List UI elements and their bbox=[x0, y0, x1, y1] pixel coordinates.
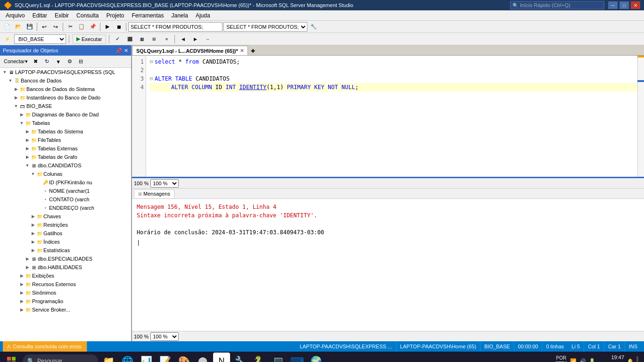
tree-col-nome[interactable]: ▪ NOME (varchar(1 bbox=[0, 187, 131, 195]
indent-left-btn[interactable]: ◀ bbox=[178, 34, 188, 44]
tree-indices[interactable]: ▶ 📁 Índices bbox=[0, 238, 131, 246]
habilidades-expand[interactable]: ▶ bbox=[25, 264, 30, 270]
tree-sistema[interactable]: ▶ 📁 Bancos de Dados do Sistema bbox=[0, 85, 131, 93]
menu-editar[interactable]: Editar bbox=[29, 11, 51, 20]
oe-pin-btn[interactable]: 📌 bbox=[116, 48, 122, 54]
tree-bancos[interactable]: ▼ 🗄 Bancos de Dados bbox=[0, 76, 131, 85]
tree-diagramas[interactable]: ▶ 📁 Diagramas de Banco de Dad bbox=[0, 110, 131, 119]
disconnect-btn[interactable]: ✖ bbox=[31, 57, 41, 66]
undo-btn[interactable]: ↩ bbox=[39, 22, 50, 32]
taskbar-chrome[interactable]: 🌍 bbox=[307, 353, 324, 362]
cut-btn[interactable]: ✂ bbox=[65, 22, 75, 32]
query-tool-btn[interactable]: 🔧 bbox=[308, 22, 319, 32]
menu-ferramentas[interactable]: Ferramentas bbox=[128, 11, 167, 20]
tree-tabgrafo[interactable]: ▶ 📁 Tabelas de Grafo bbox=[0, 153, 131, 161]
filter-btn[interactable]: ▼ bbox=[53, 57, 64, 66]
new-query-btn[interactable]: 📄 bbox=[2, 22, 12, 32]
results-btn[interactable]: ▦ bbox=[137, 34, 147, 44]
service-expand[interactable]: ▶ bbox=[19, 307, 25, 313]
candidatos-expand[interactable]: ▼ bbox=[25, 163, 30, 168]
tree-col-endereco[interactable]: ▪ ENDEREÇO (varch bbox=[0, 204, 131, 212]
database-select[interactable]: BIO_BASE bbox=[14, 34, 66, 44]
redo-btn[interactable]: ↪ bbox=[50, 22, 61, 32]
tabexternas-expand[interactable]: ▶ bbox=[25, 146, 30, 151]
chaves-expand[interactable]: ▶ bbox=[30, 214, 36, 219]
taskbar-blender[interactable]: 🎨 bbox=[175, 353, 192, 362]
tabsistema-expand[interactable]: ▶ bbox=[25, 129, 30, 134]
tray-show-desktop[interactable] bbox=[636, 356, 638, 362]
query-type-select[interactable]: SELECT * FROM PRODUTOS; bbox=[223, 22, 307, 32]
taskbar-file-explorer[interactable]: 📁 bbox=[100, 353, 117, 362]
exibicoes-expand[interactable]: ▶ bbox=[19, 273, 25, 279]
taskbar-notion[interactable]: N bbox=[213, 353, 230, 362]
grid-btn[interactable]: ⊞ bbox=[149, 34, 159, 44]
indent-right-btn[interactable]: ▶ bbox=[190, 34, 200, 44]
maximize-button[interactable]: □ bbox=[619, 1, 629, 9]
collapse-all-btn[interactable]: ⊟ bbox=[76, 57, 86, 66]
start-button[interactable] bbox=[2, 353, 21, 362]
tray-notification[interactable]: 🔔 bbox=[627, 358, 634, 362]
conn-btn[interactable]: ⚡ bbox=[2, 34, 12, 44]
tree-chaves[interactable]: ▶ 📁 Chaves bbox=[0, 212, 131, 221]
sql-editor[interactable]: 1 2 3 4 ⊟ select * from CANDIDATOS; ⊟ AL… bbox=[132, 56, 644, 178]
estatisticas-expand[interactable]: ▶ bbox=[30, 247, 36, 253]
tree-sinonimos[interactable]: ▶ 📁 Sinônimos bbox=[0, 288, 131, 297]
sql-tab-close[interactable]: ✕ bbox=[240, 48, 244, 53]
instantaneos-expand[interactable]: ▶ bbox=[13, 95, 19, 100]
check-btn[interactable]: ✓ bbox=[112, 34, 123, 44]
biobase-expand[interactable]: ▼ bbox=[13, 103, 19, 109]
indices-expand[interactable]: ▶ bbox=[30, 239, 36, 245]
refresh-btn[interactable]: ↻ bbox=[42, 57, 52, 66]
tree-restricoes[interactable]: ▶ 📁 Restrições bbox=[0, 221, 131, 229]
tree-server[interactable]: ▼ 🖥 LAPTOP-PAACDVSH\SQLEXPRESS (SQL bbox=[0, 68, 131, 76]
sql-tab[interactable]: SQLQuery1.sql - L...ACDVSH\Home (65))* ✕ bbox=[132, 46, 248, 55]
paste-btn[interactable]: 📌 bbox=[88, 22, 98, 32]
tray-sound[interactable]: 🔊 bbox=[579, 358, 586, 362]
tree-habilidades[interactable]: ▶ ⊞ dbo.HABILIDADES bbox=[0, 263, 131, 272]
tree-estatisticas[interactable]: ▶ 📁 Estatísticas bbox=[0, 246, 131, 255]
tabelas-expand[interactable]: ▼ bbox=[19, 120, 25, 126]
results-zoom-select[interactable]: 100 % bbox=[150, 332, 179, 341]
diagramas-expand[interactable]: ▶ bbox=[19, 112, 25, 117]
gatilhos-expand[interactable]: ▶ bbox=[30, 230, 36, 236]
taskbar-excel[interactable]: 📊 bbox=[138, 353, 155, 362]
zoom-select[interactable]: 100 % 75 % 125 % bbox=[150, 179, 179, 188]
tree-biobase[interactable]: ▼ 🗃 BIO_BASE bbox=[0, 102, 131, 110]
programacao-expand[interactable]: ▶ bbox=[19, 298, 25, 304]
taskbar-app8[interactable]: 💻 bbox=[270, 353, 287, 362]
menu-exibir[interactable]: Exibir bbox=[51, 11, 73, 20]
tree-especialidades[interactable]: ▶ ⊞ dbo.ESPECIALIDADES bbox=[0, 255, 131, 263]
messages-tab[interactable]: ⊞ Mensagens bbox=[134, 189, 174, 198]
save-btn[interactable]: 💾 bbox=[25, 22, 35, 32]
comment-btn[interactable]: -- bbox=[202, 34, 213, 44]
filetables-expand[interactable]: ▶ bbox=[25, 137, 30, 143]
bancos-expand[interactable]: ▼ bbox=[8, 78, 13, 83]
tree-tabelas[interactable]: ▼ 📁 Tabelas bbox=[0, 119, 131, 127]
menu-consulta[interactable]: Consulta bbox=[73, 11, 102, 20]
server-expand[interactable]: ▼ bbox=[2, 69, 8, 75]
quick-search-box[interactable]: 🔍 Início Rápido (Ctrl+Q) bbox=[510, 1, 604, 9]
tree-programacao[interactable]: ▶ 📁 Programação bbox=[0, 297, 131, 305]
open-btn[interactable]: 📂 bbox=[13, 22, 24, 32]
sistema-expand[interactable]: ▶ bbox=[13, 86, 19, 92]
menu-arquivo[interactable]: Arquivo bbox=[2, 11, 29, 20]
colunas-expand[interactable]: ▼ bbox=[30, 171, 36, 177]
tree-exibicoes[interactable]: ▶ 📁 Exibições bbox=[0, 272, 131, 280]
stop-btn[interactable]: ⏹ bbox=[114, 22, 124, 32]
tree-tabexternas[interactable]: ▶ 📁 Tabelas Externas bbox=[0, 144, 131, 153]
tree-recursos[interactable]: ▶ 📁 Recursos Externos bbox=[0, 280, 131, 288]
tree-colunas[interactable]: ▼ 📁 Colunas bbox=[0, 170, 131, 178]
menu-janela[interactable]: Janela bbox=[168, 11, 192, 20]
restricoes-expand[interactable]: ▶ bbox=[30, 222, 36, 228]
minimize-button[interactable]: ─ bbox=[608, 1, 618, 9]
text-btn[interactable]: ≡ bbox=[161, 34, 172, 44]
tree-filetables[interactable]: ▶ 📁 FileTables bbox=[0, 136, 131, 144]
sql-query-input[interactable] bbox=[128, 22, 223, 32]
debug-btn[interactable]: ▶ bbox=[102, 22, 113, 32]
tree-instantaneos[interactable]: ▶ 📁 Instantâneos do Banco de Dado bbox=[0, 93, 131, 102]
sinonimos-expand[interactable]: ▶ bbox=[19, 290, 25, 296]
tree-tabsistema[interactable]: ▶ 📁 Tabelas do Sistema bbox=[0, 127, 131, 136]
taskbar-word[interactable]: 📝 bbox=[157, 353, 173, 362]
oe-options-btn[interactable]: ⚙ bbox=[65, 57, 75, 66]
oe-close-btn[interactable]: ✕ bbox=[124, 48, 128, 54]
